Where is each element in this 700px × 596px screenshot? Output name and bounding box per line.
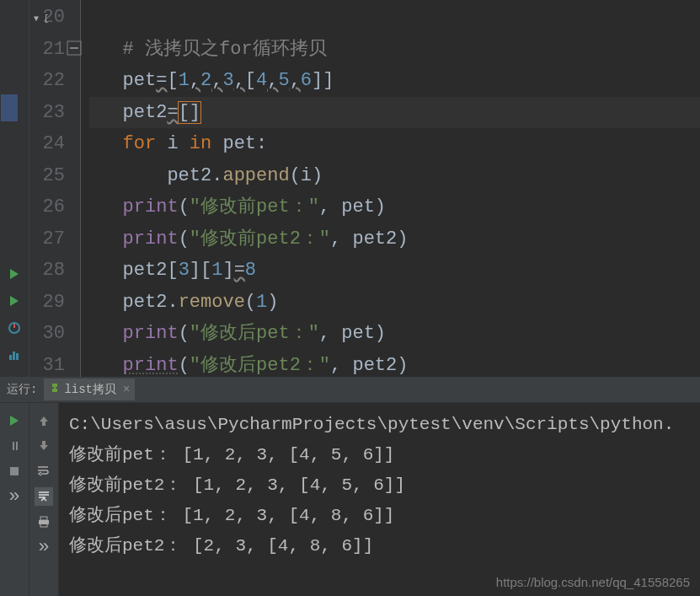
code-line-24[interactable]: for i in pet: <box>89 128 700 160</box>
run-panel: » » C:\Users\asus\PycharmProjects\pytest… <box>0 402 700 596</box>
comment-text: # 浅拷贝之for循环拷贝 <box>123 39 327 60</box>
line-number: 29 <box>29 287 65 319</box>
line-number: 21 <box>29 34 65 66</box>
svg-marker-9 <box>10 416 19 426</box>
svg-rect-3 <box>13 324 15 328</box>
line-number: 30 <box>29 318 65 350</box>
line-number: 24 <box>29 128 65 160</box>
line-number: 28 <box>29 255 65 287</box>
expand-button[interactable]: » <box>5 487 24 506</box>
code-line-29[interactable]: pet2.remove(1) <box>89 287 700 319</box>
stop-button[interactable] <box>5 437 24 455</box>
console-output[interactable]: C:\Users\asus\PycharmProjects\pytest\ven… <box>59 403 700 596</box>
line-number: 27 <box>29 223 65 255</box>
code-line-20[interactable]: ▼ [ <box>89 2 700 34</box>
svg-marker-1 <box>10 296 19 306</box>
more-icon[interactable]: » <box>35 538 53 556</box>
stop-square-button[interactable] <box>5 462 24 481</box>
rerun-button[interactable] <box>5 411 24 430</box>
scroll-button[interactable] <box>35 487 53 506</box>
console-line: 修改前pet： [1, 2, 3, [4, 5, 6]] <box>69 445 394 464</box>
wrap-icon[interactable] <box>35 462 53 481</box>
line-number: 23 <box>29 97 65 129</box>
code-line-27[interactable]: print("修改前pet2：", pet2) <box>89 223 700 255</box>
up-arrow-icon[interactable] <box>35 411 53 430</box>
svg-marker-0 <box>10 269 19 279</box>
run-icon-2[interactable] <box>6 293 23 309</box>
print-icon[interactable] <box>35 513 53 531</box>
svg-rect-13 <box>40 517 47 520</box>
line-number: 22 <box>29 65 65 97</box>
svg-rect-12 <box>10 467 19 475</box>
modified-marker <box>1 94 18 121</box>
code-editor[interactable]: ▼ [ # 浅拷贝之for循环拷贝 pet=[1,2,3,[4,5,6]] pe… <box>80 0 700 377</box>
svg-rect-11 <box>16 442 18 450</box>
code-line-30[interactable]: print("修改后pet：", pet) <box>89 318 700 350</box>
code-line-31[interactable]: print("修改后pet2：", pet2) <box>89 350 700 382</box>
code-line-21[interactable]: # 浅拷贝之for循环拷贝 <box>89 34 700 66</box>
run-label: 运行: <box>7 382 37 397</box>
down-arrow-icon[interactable] <box>35 437 53 455</box>
stats-icon[interactable] <box>6 346 23 363</box>
caret-position: [] <box>178 101 201 124</box>
line-number: 25 <box>29 160 65 192</box>
line-number-gutter: 20 21 22 23 24 25 26 27 28 29 30 31 <box>29 0 80 377</box>
svg-rect-6 <box>16 353 19 360</box>
code-line-22[interactable]: pet=[1,2,3,[4,5,6]] <box>89 65 700 97</box>
code-line-23[interactable]: pet2=[] <box>89 97 700 129</box>
console-line: C:\Users\asus\PycharmProjects\pytest\ven… <box>69 415 674 434</box>
code-line-25[interactable]: pet2.append(i) <box>89 160 700 192</box>
run-tab[interactable]: list拷贝 × <box>44 379 135 400</box>
console-line: 修改前pet2： [1, 2, 3, [4, 5, 6]] <box>69 475 405 495</box>
fold-minus-icon[interactable] <box>67 40 82 56</box>
console-line: 修改后pet： [1, 2, 3, [4, 8, 6]] <box>69 506 394 525</box>
svg-rect-4 <box>9 355 12 360</box>
console-line: 修改后pet2： [2, 3, [4, 8, 6]] <box>69 536 373 556</box>
watermark: https://blog.csdn.net/qq_41558265 <box>496 575 690 589</box>
svg-rect-5 <box>13 352 15 360</box>
profiler-icon[interactable] <box>6 319 23 336</box>
run-tab-label: list拷贝 <box>64 382 116 397</box>
left-tool-gutter <box>0 0 29 377</box>
python-file-icon <box>49 382 61 397</box>
line-number: 26 <box>29 191 65 223</box>
code-line-28[interactable]: pet2[3][1]=8 <box>89 255 700 287</box>
code-line-26[interactable]: print("修改前pet：", pet) <box>89 191 700 223</box>
run-toolbar-left: » <box>0 403 29 596</box>
run-icon[interactable] <box>6 266 23 282</box>
editor-area: 20 21 22 23 24 25 26 27 28 29 30 31 ▼ [ … <box>0 0 700 377</box>
run-toolbar-right: » <box>29 403 59 596</box>
structure-marker: ▼ [ <box>34 3 49 35</box>
close-icon[interactable]: × <box>123 383 130 396</box>
svg-rect-10 <box>13 442 14 450</box>
